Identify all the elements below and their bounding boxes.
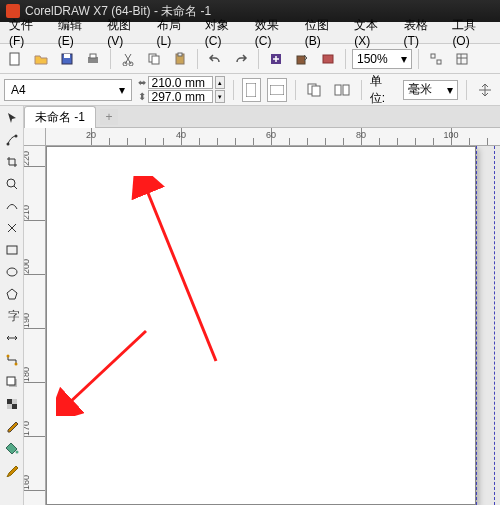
cut-button[interactable] <box>117 48 139 70</box>
separator <box>466 80 467 100</box>
svg-rect-16 <box>457 54 467 64</box>
save-button[interactable] <box>56 48 78 70</box>
menu-effects[interactable]: 效果(C) <box>250 15 298 50</box>
guide-vertical[interactable] <box>494 146 495 505</box>
nudge-icon[interactable] <box>475 79 497 101</box>
menu-file[interactable]: 文件(F) <box>4 15 51 50</box>
new-button[interactable] <box>4 48 26 70</box>
parallel-dim-tool[interactable] <box>2 328 22 348</box>
fill-tool[interactable] <box>2 438 22 458</box>
options-button[interactable] <box>451 48 473 70</box>
smart-fill-tool[interactable] <box>2 218 22 238</box>
svg-rect-12 <box>297 56 305 64</box>
document-tab-active[interactable]: 未命名 -1 <box>24 106 96 128</box>
menu-object[interactable]: 对象(C) <box>200 15 248 50</box>
svg-rect-36 <box>7 404 12 409</box>
publish-button[interactable] <box>317 48 339 70</box>
ruler-origin[interactable] <box>24 128 46 146</box>
menu-edit[interactable]: 编辑(E) <box>53 15 100 50</box>
svg-text:字: 字 <box>8 309 19 323</box>
unit-dropdown[interactable]: 毫米 ▾ <box>403 80 458 100</box>
pages-icon-1[interactable] <box>304 79 326 101</box>
crop-tool[interactable] <box>2 152 22 172</box>
redo-button[interactable] <box>230 48 252 70</box>
canvas[interactable] <box>46 146 500 505</box>
svg-line-38 <box>146 188 216 361</box>
undo-button[interactable] <box>204 48 226 70</box>
portrait-button[interactable] <box>242 78 262 102</box>
print-button[interactable] <box>82 48 104 70</box>
transparency-tool[interactable] <box>2 394 22 414</box>
height-icon: ⬍ <box>138 91 146 102</box>
menu-bitmap[interactable]: 位图(B) <box>300 15 347 50</box>
svg-rect-34 <box>12 404 17 409</box>
outline-tool[interactable] <box>2 460 22 480</box>
page-size-dropdown[interactable]: A4 ▾ <box>4 79 132 101</box>
import-button[interactable] <box>265 48 287 70</box>
menu-view[interactable]: 视图(V) <box>102 15 149 50</box>
pages-icon-2[interactable] <box>331 79 353 101</box>
svg-rect-33 <box>7 399 12 404</box>
svg-rect-15 <box>437 60 441 64</box>
freehand-tool[interactable] <box>2 196 22 216</box>
svg-rect-21 <box>335 85 341 95</box>
add-tab-button[interactable]: + <box>100 109 118 125</box>
svg-rect-17 <box>246 83 256 97</box>
svg-rect-22 <box>343 85 349 95</box>
menu-tools[interactable]: 工具(O) <box>447 15 496 50</box>
ruler-horizontal[interactable]: 20406080100 <box>46 128 500 146</box>
page-dimensions: ⬌ 210.0 mm ▴ ⬍ 297.0 mm ▾ <box>138 76 225 103</box>
connector-tool[interactable] <box>2 350 22 370</box>
shape-tool[interactable] <box>2 130 22 150</box>
unit-value: 毫米 <box>408 81 432 98</box>
svg-rect-35 <box>12 399 17 404</box>
eyedropper-tool[interactable] <box>2 416 22 436</box>
menu-table[interactable]: 表格(T) <box>399 15 446 50</box>
separator <box>295 80 296 100</box>
width-icon: ⬌ <box>138 77 146 88</box>
separator <box>197 49 198 69</box>
ruler-tick-label: 40 <box>176 130 186 140</box>
menubar: 文件(F) 编辑(E) 视图(V) 布局(L) 对象(C) 效果(C) 位图(B… <box>0 22 500 44</box>
polygon-tool[interactable] <box>2 284 22 304</box>
ruler-vertical[interactable]: 220210200190180170160 <box>24 146 46 505</box>
page-width-input[interactable]: 210.0 mm <box>148 76 213 89</box>
svg-rect-20 <box>312 86 320 96</box>
svg-rect-0 <box>10 53 19 65</box>
svg-rect-18 <box>270 85 284 95</box>
svg-point-27 <box>7 268 17 276</box>
guide-vertical[interactable] <box>476 146 477 505</box>
svg-rect-13 <box>323 55 333 63</box>
svg-rect-14 <box>431 54 435 58</box>
svg-point-23 <box>6 143 9 146</box>
drop-shadow-tool[interactable] <box>2 372 22 392</box>
zoom-tool[interactable] <box>2 174 22 194</box>
text-tool[interactable]: 字 <box>2 306 22 326</box>
ellipse-tool[interactable] <box>2 262 22 282</box>
workarea: 字 20406080100 220210200190180170160 <box>0 128 500 505</box>
svg-point-30 <box>14 363 17 366</box>
menu-text[interactable]: 文本(X) <box>349 15 396 50</box>
svg-rect-4 <box>90 54 96 58</box>
unit-label: 单位: <box>370 73 397 107</box>
landscape-button[interactable] <box>267 78 287 102</box>
height-spinner[interactable]: ▾ <box>215 90 225 103</box>
ruler-tick-label: 80 <box>356 130 366 140</box>
page-height-input[interactable]: 297.0 mm <box>148 90 213 103</box>
export-button[interactable] <box>291 48 313 70</box>
paste-button[interactable] <box>169 48 191 70</box>
property-bar: A4 ▾ ⬌ 210.0 mm ▴ ⬍ 297.0 mm ▾ 单位: 毫米 ▾ <box>0 74 500 106</box>
snap-button[interactable] <box>425 48 447 70</box>
width-value: 210.0 mm <box>152 76 205 90</box>
menu-layout[interactable]: 布局(L) <box>152 15 198 50</box>
ruler-tick-label: 20 <box>86 130 96 140</box>
width-spinner[interactable]: ▴ <box>215 76 225 89</box>
copy-button[interactable] <box>143 48 165 70</box>
separator <box>233 80 234 100</box>
zoom-level-input[interactable]: 150% ▾ <box>352 49 412 69</box>
annotation-arrow-2 <box>56 326 156 416</box>
pick-tool[interactable] <box>2 108 22 128</box>
open-button[interactable] <box>30 48 52 70</box>
height-value: 297.0 mm <box>152 90 205 104</box>
rectangle-tool[interactable] <box>2 240 22 260</box>
